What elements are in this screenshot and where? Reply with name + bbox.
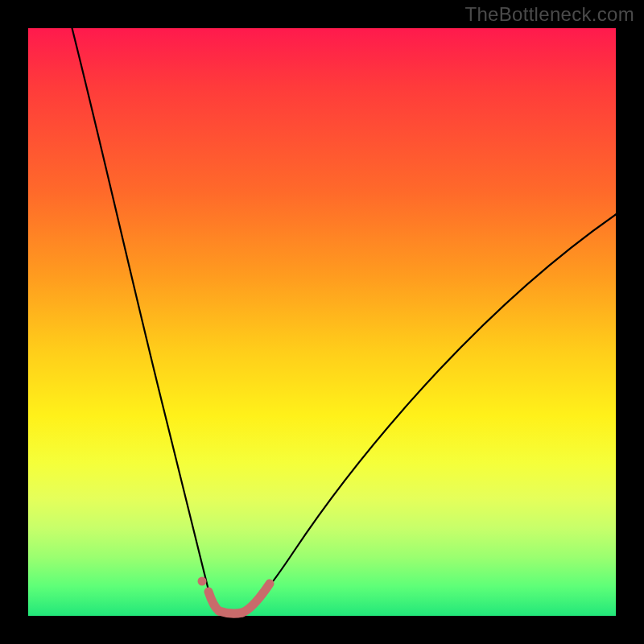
marker-group [208, 584, 270, 613]
curve-left-branch [70, 20, 216, 609]
curve-right-branch [244, 213, 617, 613]
chart-frame: TheBottleneck.com [0, 0, 644, 644]
marker-seg-right [242, 584, 270, 613]
plot-area [28, 28, 616, 616]
watermark-text: TheBottleneck.com [464, 3, 634, 26]
curve-layer [28, 28, 616, 616]
marker-dot [198, 577, 207, 586]
